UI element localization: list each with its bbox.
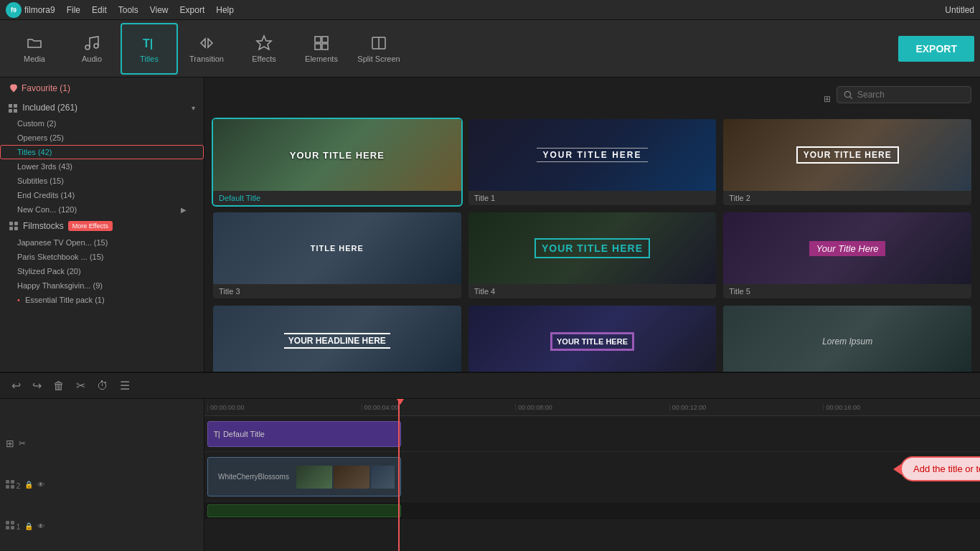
track-2-row: T| Default Title — [204, 416, 980, 452]
title-icon: T| — [141, 34, 158, 52]
settings-button[interactable]: ☰ — [117, 376, 133, 395]
filmstocks-label: Filmstocks — [23, 221, 64, 231]
effects-icon — [255, 34, 273, 52]
sidebar-included-header[interactable]: Included (261) ▾ — [0, 99, 204, 116]
delete-button[interactable]: 🗑 — [50, 377, 67, 395]
svg-rect-13 — [14, 109, 17, 113]
title-card-default[interactable]: YOUR TITLE HERE Default Title — [213, 119, 461, 205]
timeline-toolbar: ↩ ↪ 🗑 ✂ ⏱ ☰ — [0, 373, 980, 399]
tooltip-text: Add the title or text to the track above — [913, 463, 980, 474]
svg-rect-24 — [6, 521, 9, 524]
included-chevron: ▾ — [192, 104, 195, 112]
add-track-button[interactable]: ⊞ — [6, 438, 14, 449]
sidebar-japanese-tv[interactable]: Japanese TV Open... (15) — [0, 235, 204, 250]
title-thumb-6: YOUR HEADLINE HERE — [213, 306, 461, 372]
sidebar-new-content[interactable]: New Con... (120) ▶ — [0, 202, 204, 217]
timeline-tracks: 00:00:00:00 00:00:04:00 00:00:08:00 00:0… — [204, 399, 980, 551]
menu-tools[interactable]: Tools — [118, 5, 138, 15]
toolbar-media-btn[interactable]: Media — [6, 23, 63, 75]
app-logo: f9 filmora9 — [6, 2, 55, 18]
title-card-6[interactable]: YOUR HEADLINE HERE — [213, 306, 461, 372]
sidebar-essential-title[interactable]: Essential Title pack (1) — [0, 293, 204, 307]
content-top-bar: ⊞ — [213, 86, 971, 112]
sidebar-custom[interactable]: Custom (2) — [0, 116, 204, 131]
svg-rect-12 — [9, 109, 12, 113]
window-title: Untitled — [945, 5, 974, 15]
menu-bar: f9 filmora9 File Edit Tools View Export … — [0, 0, 980, 20]
track-2-lock-icon[interactable]: 🔒 — [24, 481, 33, 489]
toolbar-split-screen-btn[interactable]: Split Screen — [350, 23, 407, 75]
export-button[interactable]: EXPORT — [898, 36, 974, 62]
title-card-2[interactable]: YOUR TITLE HERE Title 2 — [723, 119, 971, 205]
svg-rect-27 — [11, 526, 14, 529]
search-input[interactable] — [857, 90, 965, 100]
svg-rect-26 — [6, 526, 9, 529]
toolbar-effects-btn[interactable]: Effects — [235, 23, 293, 75]
title-label-5: Title 5 — [723, 284, 971, 298]
title-card-8[interactable]: Lorem Ipsum — [723, 306, 971, 372]
sidebar-thanksgiving[interactable]: Happy Thanksgivin... (9) — [0, 278, 204, 293]
track-2-label: 2 — [6, 480, 20, 490]
toolbar-elements-btn[interactable]: Elements — [293, 23, 350, 75]
tooltip-arrow — [893, 463, 902, 475]
menu-export[interactable]: Export — [180, 5, 205, 15]
ruler-mark-2: 00:00:08:00 — [515, 404, 669, 411]
title-card-7[interactable]: YOUR TITLE HERE — [468, 306, 717, 372]
transition-icon — [198, 34, 215, 52]
ruler-mark-3: 00:00:12:00 — [669, 404, 824, 411]
toolbar-transition-btn[interactable]: Transition — [178, 23, 235, 75]
tooltip-bubble: Add the title or text to the track above — [900, 456, 980, 481]
svg-rect-10 — [9, 104, 12, 108]
menu-view[interactable]: View — [150, 5, 169, 15]
svg-text:T|: T| — [143, 37, 153, 50]
audio-clip[interactable] — [207, 504, 401, 517]
search-bar — [837, 86, 971, 103]
menu-file[interactable]: File — [67, 5, 80, 15]
title-card-5[interactable]: Your Title Here Title 5 — [723, 212, 971, 298]
svg-rect-16 — [9, 227, 13, 230]
track-controls: ⊞ ✂ 2 🔒 👁 1 🔒 👁 — [0, 399, 204, 551]
sidebar-titles[interactable]: Titles (42) — [0, 145, 204, 159]
toolbar-elements-label: Elements — [305, 55, 338, 63]
svg-rect-15 — [14, 222, 18, 225]
grid-view-icon[interactable]: ⊞ — [824, 94, 831, 104]
svg-point-0 — [85, 45, 90, 50]
svg-rect-5 — [322, 37, 328, 42]
track-1-lock-icon[interactable]: 🔒 — [24, 522, 33, 530]
menu-help[interactable]: Help — [216, 5, 234, 15]
thumb-text-3: TITLE HERE — [311, 244, 364, 253]
track-1-eye-icon[interactable]: 👁 — [37, 522, 44, 530]
toolbar-audio-btn[interactable]: Audio — [63, 23, 121, 75]
titles-grid: YOUR TITLE HERE Default Title YOUR TITLE… — [213, 119, 971, 372]
sidebar-subtitles[interactable]: Subtitles (15) — [0, 174, 204, 188]
sidebar-favourite[interactable]: Favourite (1) — [0, 77, 204, 99]
title-card-4[interactable]: YOUR TITLE HERE Title 4 — [468, 212, 717, 298]
track-2-eye-icon[interactable]: 👁 — [37, 481, 44, 489]
sidebar-lower3rds[interactable]: Lower 3rds (43) — [0, 159, 204, 174]
title-card-3[interactable]: TITLE HERE Title 3 — [213, 212, 461, 298]
timeline-ruler: 00:00:00:00 00:00:04:00 00:00:08:00 00:0… — [204, 399, 980, 416]
sidebar-paris-sketchbook[interactable]: Paris Sketchbook ... (15) — [0, 250, 204, 264]
menu-edit[interactable]: Edit — [92, 5, 107, 15]
track-1-control: 1 🔒 👁 — [0, 518, 204, 534]
history-button[interactable]: ⏱ — [94, 377, 111, 395]
title-clip[interactable]: T| Default Title — [207, 421, 401, 447]
title-label-1: Title 1 — [468, 191, 717, 205]
svg-rect-22 — [6, 485, 9, 489]
track-1-label: 1 — [6, 521, 20, 531]
toolbar-effects-label: Effects — [252, 55, 275, 63]
cut-button[interactable]: ✂ — [73, 376, 88, 395]
video-clip[interactable]: WhiteCherryBlossoms — [207, 457, 401, 496]
toolbar-titles-btn[interactable]: T| Titles — [121, 23, 178, 75]
sidebar-end-credits[interactable]: End Credits (14) — [0, 188, 204, 202]
sidebar-openers[interactable]: Openers (25) — [0, 131, 204, 145]
split-icon — [370, 34, 387, 52]
sidebar-stylized-pack[interactable]: Stylized Pack (20) — [0, 264, 204, 278]
track-1-row: WhiteCherryBlossoms — [204, 452, 980, 502]
title-card-1[interactable]: YOUR TITLE HERE Title 1 — [468, 119, 717, 205]
more-effects-badge[interactable]: More Effects — [68, 221, 113, 231]
undo-button[interactable]: ↩ — [9, 376, 24, 395]
svg-rect-23 — [11, 485, 14, 489]
sidebar-filmstocks[interactable]: Filmstocks More Effects — [0, 217, 204, 235]
redo-button[interactable]: ↪ — [29, 376, 44, 395]
